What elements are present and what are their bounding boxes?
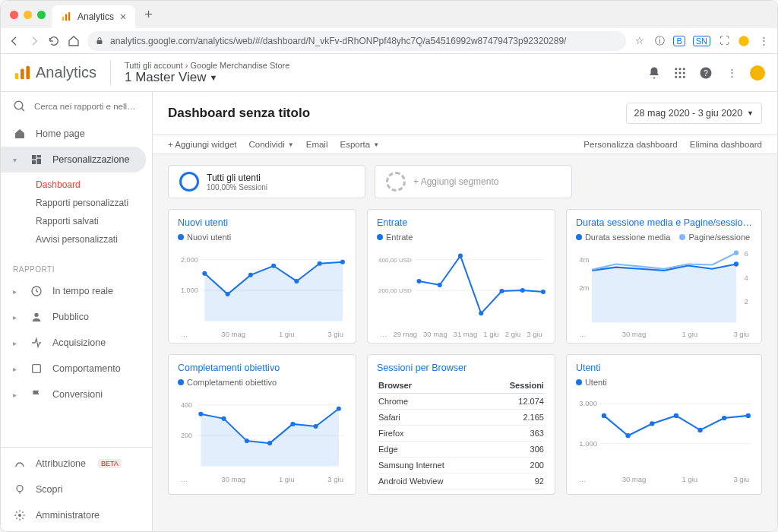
widget-goal-completions[interactable]: Completamenti obiettivo Completamenti ob… — [168, 354, 356, 495]
widget-new-users[interactable]: Nuovi utenti Nuovi utenti 2.000 1.000 …3… — [168, 209, 356, 344]
date-range-picker[interactable]: 28 mag 2020 - 3 giu 2020 ▼ — [626, 103, 762, 124]
svg-point-68 — [314, 424, 318, 429]
avatar-icon[interactable] — [738, 35, 750, 47]
subnav-custom-alerts[interactable]: Avvisi personalizzati — [36, 230, 152, 249]
delete-dashboard-button[interactable]: Elimina dashboard — [690, 140, 762, 149]
email-button[interactable]: Email — [306, 140, 328, 149]
new-tab-button[interactable]: + — [144, 7, 153, 23]
dashboard-icon — [30, 153, 43, 166]
svg-rect-21 — [32, 155, 36, 159]
browser-tab[interactable]: Analytics × — [52, 5, 135, 28]
url-input[interactable]: analytics.google.com/analytics/web/#/das… — [87, 31, 626, 51]
bell-icon[interactable] — [647, 65, 662, 81]
widget-revenue[interactable]: Entrate Entrate 400,00 USD 200,00 USD …2… — [367, 209, 555, 344]
svg-rect-24 — [32, 160, 36, 164]
sidebar-item-attribution[interactable]: Attribuzione BETA — [1, 451, 146, 477]
reload-icon[interactable] — [48, 35, 60, 47]
svg-point-8 — [675, 68, 677, 70]
table-row: Android Webview92 — [377, 473, 546, 489]
user-avatar[interactable] — [750, 65, 765, 81]
sidebar-item-behavior[interactable]: ▸ Comportamento — [1, 356, 146, 382]
svg-rect-1 — [65, 14, 67, 21]
maximize-window-button[interactable] — [37, 11, 46, 19]
export-button[interactable]: Esporta ▼ — [340, 140, 379, 149]
back-icon[interactable] — [8, 35, 21, 47]
info-icon[interactable]: ⓘ — [653, 35, 666, 47]
star-icon[interactable]: ☆ — [634, 35, 646, 47]
chevron-right-icon: ▸ — [13, 339, 21, 347]
behavior-icon — [30, 362, 43, 375]
sidebar-item-label: Conversioni — [52, 389, 103, 400]
minimize-window-button[interactable] — [24, 11, 32, 19]
svg-point-34 — [202, 271, 207, 276]
svg-rect-23 — [37, 159, 41, 164]
svg-point-45 — [416, 279, 421, 283]
page-header: Dashboard senza titolo 28 mag 2020 - 3 g… — [153, 92, 777, 135]
browser-titlebar: Analytics × + — [1, 1, 777, 28]
customize-dashboard-button[interactable]: Personalizza dashboard — [584, 140, 677, 149]
sidebar-item-label: Attribuzione — [36, 458, 86, 469]
extension-chip[interactable]: B — [673, 36, 685, 46]
subnav-dashboard[interactable]: Dashboard — [36, 176, 152, 194]
bulb-icon — [13, 483, 27, 496]
sidebar-item-audience[interactable]: ▸ Pubblico — [1, 304, 146, 330]
widget-users[interactable]: Utenti Utenti 3.000 1.000 …30 mag1 giu3 … — [566, 354, 762, 495]
table-row: Chrome12.074 — [377, 394, 546, 410]
svg-point-49 — [499, 289, 504, 293]
svg-point-38 — [294, 279, 299, 283]
svg-point-80 — [746, 413, 751, 418]
account-picker[interactable]: Tutti gli account › Google Merchandise S… — [125, 61, 289, 85]
sidebar-search[interactable]: Cerca nei rapporti e nella Guida — [1, 92, 152, 121]
svg-point-29 — [18, 514, 21, 517]
gear-icon — [13, 508, 27, 522]
svg-text:400,00 USD: 400,00 USD — [378, 257, 412, 264]
add-widget-button[interactable]: + Aggiungi widget — [168, 140, 236, 149]
widgets-grid: Nuovi utenti Nuovi utenti 2.000 1.000 …3… — [153, 209, 777, 510]
svg-rect-3 — [97, 40, 103, 44]
sidebar-item-conversions[interactable]: ▸ Conversioni — [1, 382, 146, 407]
widget-title: Durata sessione media e Pagine/sessio… — [576, 217, 752, 228]
line-chart: 400 200 — [178, 390, 346, 473]
widget-duration-pages[interactable]: Durata sessione media e Pagine/sessio… D… — [566, 209, 762, 344]
col-sessions: Sessioni — [486, 378, 546, 394]
subnav-custom-reports[interactable]: Rapporti personalizzati — [36, 194, 152, 212]
fullscreen-icon[interactable]: ⛶ — [718, 35, 730, 47]
table-row: Samsung Internet200 — [377, 458, 546, 473]
extension-chip-2[interactable]: SN — [693, 36, 710, 46]
svg-point-75 — [625, 433, 630, 438]
svg-text:3.000: 3.000 — [579, 399, 597, 407]
sidebar-item-discover[interactable]: Scopri — [1, 477, 146, 502]
apps-icon[interactable] — [672, 65, 688, 81]
line-chart: 400,00 USD 200,00 USD — [377, 245, 546, 328]
svg-point-10 — [683, 68, 685, 70]
share-button[interactable]: Condividi ▼ — [248, 140, 293, 149]
house-icon — [13, 127, 27, 141]
widget-sessions-by-browser[interactable]: Sessioni per Browser Browser Sessioni Ch… — [367, 354, 555, 495]
svg-point-16 — [683, 75, 685, 78]
svg-text:200,00 USD: 200,00 USD — [378, 287, 412, 294]
svg-point-78 — [697, 428, 702, 432]
sidebar-item-admin[interactable]: Amministratore — [1, 502, 146, 528]
sidebar-item-label: Comportamento — [52, 363, 121, 374]
add-segment-button[interactable]: + Aggiungi segmento — [375, 165, 572, 198]
sidebar-item-personalization[interactable]: ▾ Personalizzazione — [1, 147, 146, 173]
breadcrumb-property: Google Merchandise Store — [190, 61, 289, 70]
home-icon[interactable] — [68, 35, 80, 47]
forward-icon[interactable] — [28, 35, 40, 47]
close-window-button[interactable] — [10, 11, 18, 19]
sidebar-item-acquisition[interactable]: ▸ Acquisizione — [1, 330, 146, 356]
sidebar-item-home[interactable]: Home page — [1, 121, 146, 147]
more-icon[interactable]: ⋮ — [724, 65, 739, 81]
svg-point-13 — [683, 71, 685, 74]
sidebar: Cerca nei rapporti e nella Guida Home pa… — [1, 92, 153, 531]
svg-point-4 — [738, 36, 748, 46]
kebab-icon[interactable]: ⋮ — [757, 35, 770, 47]
svg-point-46 — [438, 283, 442, 287]
close-tab-icon[interactable]: × — [120, 11, 126, 23]
analytics-logo[interactable]: Analytics — [13, 64, 96, 81]
subnav-saved-reports[interactable]: Rapporti salvati — [36, 212, 152, 230]
segment-all-users[interactable]: Tutti gli utenti 100,00% Sessioni — [168, 165, 365, 198]
help-icon[interactable]: ? — [698, 65, 713, 81]
main-content: Dashboard senza titolo 28 mag 2020 - 3 g… — [153, 92, 777, 531]
sidebar-item-realtime[interactable]: ▸ In tempo reale — [1, 278, 146, 304]
